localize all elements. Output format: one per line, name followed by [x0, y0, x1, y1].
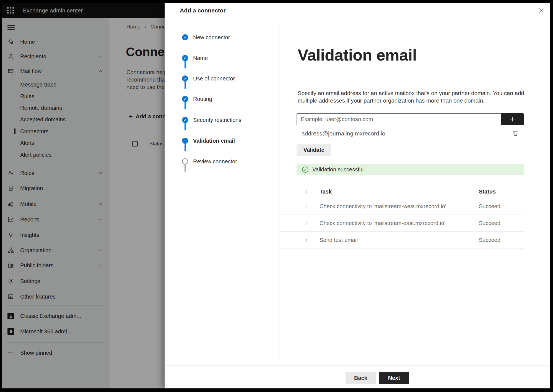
close-icon[interactable] [538, 7, 545, 14]
task-cell: Send test email [320, 237, 358, 243]
added-address: address@journaling.mxrecord.io [302, 130, 385, 137]
chevron-right-icon[interactable] [304, 189, 309, 194]
step-name[interactable]: Name [165, 55, 279, 61]
validate-button[interactable]: Validate [297, 144, 331, 156]
add-connector-modal: Add a connector New connector Name Use o… [165, 3, 550, 388]
add-address-button[interactable] [501, 113, 524, 125]
modal-footer: Back Next [165, 365, 550, 388]
divider [297, 141, 524, 141]
step-heading: Validation email [298, 46, 417, 64]
step-use-of-connector[interactable]: Use of connector [165, 75, 279, 82]
trash-icon[interactable] [512, 130, 519, 137]
step-security-restrictions[interactable]: Security restrictions [165, 117, 279, 123]
table-row: Check connectivity to 'mailstream-west.m… [279, 198, 524, 215]
chevron-right-icon[interactable] [304, 204, 309, 209]
step-completed-icon [182, 96, 188, 102]
next-button[interactable]: Next [379, 372, 409, 384]
validation-success-banner: Validation successful [297, 164, 524, 175]
step-review-connector[interactable]: Review connector [165, 158, 279, 165]
success-check-icon [302, 166, 309, 173]
step-completed-icon [182, 117, 188, 123]
step-completed-icon [182, 75, 188, 82]
results-table-header: Task Status [279, 186, 524, 198]
task-cell: Check connectivity to 'mailstream-west.m… [320, 203, 446, 210]
step-current-icon [182, 138, 188, 144]
validation-email-panel: Validation email Specify an email addres… [279, 18, 550, 365]
step-completed-icon [182, 34, 188, 40]
modal-header: Add a connector [165, 3, 550, 18]
task-column-header: Task [320, 189, 332, 195]
success-message: Validation successful [312, 166, 364, 173]
chevron-right-icon[interactable] [304, 221, 309, 226]
step-todo-icon [182, 158, 188, 164]
chevron-right-icon[interactable] [304, 238, 309, 243]
status-cell: Succeed [479, 237, 500, 243]
step-validation-email[interactable]: Validation email [165, 137, 279, 144]
task-cell: Check connectivity to 'mailstream-east.m… [320, 220, 445, 226]
back-button[interactable]: Back [346, 372, 376, 384]
status-column-header: Status [479, 189, 496, 195]
app-window: Exchange admin center Home Recipients Ma… [2, 3, 550, 388]
modal-title: Add a connector [180, 3, 226, 18]
email-address-input[interactable] [297, 113, 501, 125]
added-address-row: address@journaling.mxrecord.io [279, 127, 524, 141]
status-cell: Succeed [479, 220, 500, 226]
step-routing[interactable]: Routing [165, 96, 279, 102]
step-description: Specify an email address for an active m… [298, 89, 527, 104]
table-row: Check connectivity to 'mailstream-east.m… [279, 215, 524, 232]
step-new-connector[interactable]: New connector [165, 34, 279, 41]
table-row: Send test email Succeed [279, 232, 524, 249]
plus-icon [509, 116, 516, 123]
step-completed-icon [182, 55, 188, 61]
wizard-steps: New connector Name Use of connector Rout… [165, 18, 279, 365]
status-cell: Succeed [479, 203, 500, 210]
